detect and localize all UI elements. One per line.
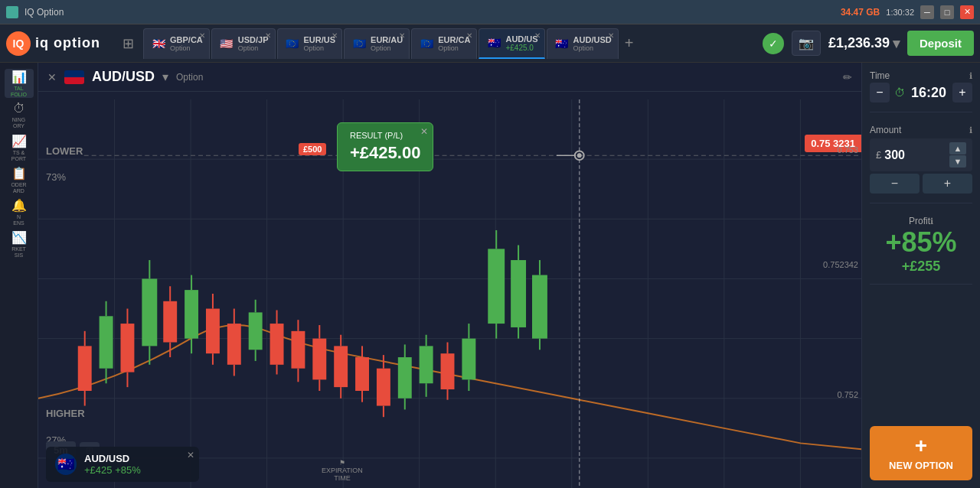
tab-sub-audusd: Option [573,44,612,52]
deposit-button[interactable]: Deposit [907,31,974,56]
price-level-752342: 0.752342 [823,260,858,269]
new-option-plus-icon: + [915,435,927,457]
profit-info-icon[interactable]: ℹ [930,216,933,226]
flag-audus: 🇦🇺 [485,37,502,48]
tab-close-eurau[interactable]: ✕ [397,31,407,41]
chart-header: ✕ AUD/USD ▾ Option ✏ [38,63,861,92]
svg-rect-26 [142,278,157,346]
amount-label: Amount [870,125,901,135]
svg-rect-35 [206,309,220,354]
tab-close-usdjp[interactable]: ✕ [263,31,273,41]
sidebar-item-history[interactable]: ⏱ NINGORY [5,101,34,130]
svg-rect-80 [532,275,547,339]
amount-section-header: Amount ℹ [870,125,972,135]
tab-close-gbpca[interactable]: ✕ [198,31,207,41]
flag-eurau: 🇪🇺 [351,38,368,49]
chart-pair-arrow[interactable]: ▾ [162,70,168,84]
logo-icon: IQ [6,31,31,56]
amount-up-button[interactable]: ▲ [949,142,966,155]
close-button[interactable]: ✕ [960,5,974,19]
profit-pct: +85% [870,226,972,259]
profit-section-header: Profit ℹ [870,216,972,226]
sidebar-item-stats[interactable]: 📈 TS &PORT [5,133,34,162]
svg-rect-20 [100,316,113,368]
tab-audusd[interactable]: 🇦🇺 AUD/USD Option ✕ [547,28,619,59]
chart-tool-draw[interactable]: ✏ [843,71,852,83]
new-option-button[interactable]: + NEW OPTION [870,426,972,480]
bottom-popup-info: AUD/USD +£425 +85% [84,453,141,476]
higher-label: HIGHER [46,408,85,419]
svg-rect-32 [185,290,198,339]
time-label: Time [870,70,890,81]
chart-canvas: LOWER 73% HIGHER 27% £500 0.75 3231 0.75… [38,99,861,488]
tab-usdjp[interactable]: 🇺🇸 USD/JP Option ✕ [211,28,276,59]
time-info-icon[interactable]: ℹ [969,71,972,81]
tab-close-audus[interactable]: ✕ [533,31,542,41]
divider-3 [870,284,972,285]
popup-profit-amount: +£425 [84,464,113,476]
chart-pair-flag [64,70,84,84]
amount-minus-button[interactable]: − [870,174,920,194]
svg-rect-41 [249,312,263,350]
logo-text: iq option [35,35,100,51]
result-close-button[interactable]: ✕ [420,126,428,137]
lower-pct: 73% [46,171,66,183]
grid-icon[interactable]: ⊞ [122,35,134,52]
header: IQ iq option ⊞ 🇬🇧 GBP/CA Option ✕ 🇺🇸 USD… [0,24,980,63]
tab-gbpca[interactable]: 🇬🇧 GBP/CA Option ✕ [143,28,210,59]
camera-button[interactable]: 📷 [792,31,821,56]
tab-sub-eurca: Option [438,44,470,52]
amount-plus-button[interactable]: + [923,174,972,194]
flag-gbpca: 🇬🇧 [150,38,167,49]
svg-rect-71 [462,339,475,380]
title-bar-title: IQ Option [24,7,64,18]
add-tab-button[interactable]: + [620,34,639,52]
svg-rect-74 [488,249,505,324]
sidebar-item-market[interactable]: 📉 RKETSIS [5,229,34,259]
amount-info-icon[interactable]: ℹ [969,125,972,135]
tab-eurau[interactable]: 🇪🇺 EUR/AU Option ✕ [344,28,410,59]
sidebar-item-orders[interactable]: 📋 ODERARD [5,165,34,194]
header-right: ✓ 📷 £1,236.39 ▾ Deposit [763,31,974,56]
title-bar: IQ Option 34.47 GB 1:30:32 ─ □ ✕ [0,0,980,24]
time-plus-button[interactable]: + [952,83,972,102]
maximize-button[interactable]: □ [940,5,954,19]
market-icon: 📉 [11,230,27,245]
tab-close-audusd[interactable]: ✕ [606,31,616,41]
tab-sub-gbpca: Option [170,44,203,52]
svg-rect-53 [334,346,348,387]
tab-eurca[interactable]: 🇪🇺 EUR/CA Option ✕ [411,28,477,59]
signals-icon: 🔔 [11,198,27,213]
balance-dropdown[interactable]: ▾ [893,35,900,52]
flag-eurca: 🇪🇺 [418,38,435,49]
amount-currency: £ [876,149,881,161]
tabs-container: 🇬🇧 GBP/CA Option ✕ 🇺🇸 USD/JP Option ✕ 🇪🇺… [143,28,760,59]
bottom-popup-close[interactable]: ✕ [187,450,194,460]
chart-close-button[interactable]: ✕ [47,71,57,83]
tab-close-eurus[interactable]: ✕ [330,31,339,41]
tab-eurus[interactable]: 🇪🇺 EUR/US Option ✕ [277,28,343,59]
main-layout: 📊 TALFOLIO ⏱ NINGORY 📈 TS &PORT 📋 ODERAR… [0,63,980,488]
tab-close-eurca[interactable]: ✕ [465,31,474,41]
time-minus-button[interactable]: − [870,83,890,102]
chart-pair-name: AUD/USD [92,69,155,85]
amount-pm-controls: ▲ ▼ [949,142,966,168]
stats-icon: 📈 [11,134,27,148]
result-title: RESULT (P/L) [350,131,420,140]
time-section-header: Time ℹ [870,70,972,81]
amount-value: 300 [884,148,905,162]
amount-down-button[interactable]: ▼ [949,155,966,168]
sidebar-item-portfolio[interactable]: 📊 TALFOLIO [5,69,34,98]
chart-tools: ✏ [843,71,852,83]
lower-label: LOWER [46,145,83,157]
svg-rect-29 [163,301,177,343]
svg-rect-62 [398,357,412,399]
tab-sub-audus: +£425.0 [505,44,537,52]
expiration-icon: ⚑ [339,459,345,467]
minimize-button[interactable]: ─ [920,5,934,19]
result-value: +£425.00 [350,143,420,163]
svg-rect-17 [78,346,92,391]
tab-audus[interactable]: 🇦🇺 AUD/US +£425.0 ✕ [479,28,544,59]
svg-rect-56 [355,357,369,391]
sidebar-item-signals[interactable]: 🔔 NENS [5,197,34,226]
